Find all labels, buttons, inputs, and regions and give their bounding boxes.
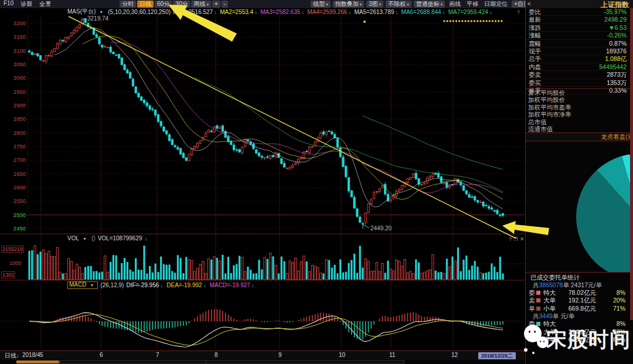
stock-app-window: F10诊股全景 分时日线60分30分周线▾+- 线型▾指数叠加▾3图▾不除权▾普…: [0, 0, 633, 364]
volume-grid-label: 1000: [9, 260, 21, 266]
quote-value: 189376: [606, 47, 627, 55]
svg-text:2550: 2550: [13, 198, 26, 204]
legend-square: [536, 298, 540, 302]
quote-value: 1.088亿: [605, 55, 627, 62]
ma-value: MA7=2959.424: [448, 9, 488, 15]
down-arrow-icon: ↓: [443, 9, 445, 15]
back-icon[interactable]: <: [528, 1, 531, 7]
volume-min-label: 1302: [1, 271, 15, 278]
average-row-算术平均股价: 算术平均股价: [526, 89, 633, 97]
ma-indicator-name[interactable]: MAS(平台)▼: [67, 8, 106, 16]
period-tab-分时[interactable]: 分时: [120, 1, 136, 8]
side-char: 委: [529, 289, 535, 297]
chevron-down-icon: ▾: [379, 2, 382, 6]
quote-label: 委比: [529, 8, 541, 15]
period-label[interactable]: 日线↓: [5, 352, 19, 360]
chevron-down-icon: ▼: [99, 10, 103, 14]
quote-label: 现手: [529, 47, 541, 55]
help-icon[interactable]: ?: [509, 236, 513, 242]
quote-label: 最新: [529, 16, 541, 23]
quote-value: 2873万: [607, 71, 627, 78]
pane-control-icons[interactable]: ?❐✕: [509, 236, 526, 242]
toolbar-button-不除权[interactable]: 不除权▾: [386, 1, 411, 8]
volume-panel-header: VOL▼ () VOL=108799629 ↓: [67, 235, 150, 241]
svg-text:2700: 2700: [13, 157, 26, 163]
toolbar-button-指数叠加[interactable]: 指数叠加▾: [333, 1, 365, 8]
ma-value: MA4=2599.266: [307, 9, 347, 15]
quote-row-涨幅: 涨幅-0.26%: [526, 32, 633, 39]
quote-value: 2498.29: [604, 16, 627, 23]
ma-value: MA3=2582.635: [260, 9, 300, 15]
svg-text:2650: 2650: [13, 171, 26, 177]
macd-indicator-name[interactable]: MACD▼: [67, 281, 98, 289]
button-label: 不除权: [388, 1, 406, 7]
svg-text:3000: 3000: [13, 74, 26, 81]
button-label: 普通坐标: [416, 1, 440, 7]
down-arrow-icon: ↓: [145, 235, 148, 241]
toolbar-button-普通坐标[interactable]: 普通坐标▾: [414, 1, 445, 8]
chevron-down-icon: ▼: [90, 283, 94, 287]
toolbar-button-平移[interactable]: 平移: [467, 0, 478, 8]
chevron-down-icon: ▾: [407, 2, 409, 6]
per-order-amount: 元/单: [560, 312, 574, 319]
quote-rows: 委比-35.97%最新2498.29涨跌▼6.53涨幅-0.26%震幅0.87%…: [526, 8, 633, 94]
macd-macd-value: MACD=-19.927: [210, 282, 250, 288]
watermark-dot: [532, 352, 535, 354]
scrollbar-divider: [206, 361, 206, 364]
period-tab-周线[interactable]: 周线▾: [191, 1, 211, 8]
macd-dea-value: DEA=-19.992: [166, 282, 202, 288]
svg-text:2800: 2800: [13, 130, 26, 136]
toolbar-button-线型[interactable]: 线型▾: [311, 1, 331, 8]
month-label-5: 5: [40, 352, 43, 358]
down-arrow-icon: ↓: [254, 9, 257, 15]
zoom-in-button[interactable]: +: [212, 1, 220, 8]
maximize-icon[interactable]: ❐: [513, 236, 520, 242]
down-arrow-icon: ↓: [214, 9, 217, 15]
menu-item-诊股[interactable]: 诊股: [21, 0, 32, 8]
macd-params: (26,12,9): [100, 282, 124, 288]
ma-value: MA6=2688.844: [401, 9, 441, 15]
quote-label: 涨幅: [529, 32, 541, 39]
period-tab-60分[interactable]: 60分: [155, 1, 172, 8]
svg-text:2600: 2600: [13, 184, 26, 190]
dragon-tiger-header[interactable]: 龙虎看盘(逐: [526, 132, 633, 141]
month-label-2018/4: 2018/4: [22, 352, 40, 358]
peak-price-annotation: 3219.74: [87, 15, 108, 22]
macd-dif-value: DIF=-29.956: [126, 282, 159, 288]
button-label: 指数叠加: [335, 1, 359, 7]
ma-value: MA5=2613.789: [354, 9, 394, 15]
quote-label: 震幅: [529, 40, 541, 47]
toolbar-button-日期定位[interactable]: 日期定位: [484, 0, 508, 8]
tab-label: 日线: [139, 1, 151, 7]
chart-scrollbar[interactable]: [0, 360, 525, 364]
quote-row-现手: 现手189376: [526, 47, 633, 55]
menu-item-F10[interactable]: F10: [4, 0, 13, 8]
svg-text:3100: 3100: [13, 47, 26, 54]
toolbar-button-3图[interactable]: 3图▾: [366, 1, 383, 8]
period-tab-日线[interactable]: 日线: [137, 1, 154, 8]
chevron-down-icon: ▾: [441, 2, 443, 6]
svg-text:2500: 2500: [13, 212, 26, 218]
help-icon[interactable]: ?: [517, 9, 520, 15]
period-tab-30分[interactable]: 30分: [173, 1, 190, 8]
quote-panel: < 上证指数 委比-35.97%最新2498.29涨跌▼6.53涨幅-0.26%…: [525, 0, 633, 364]
period-tab-group: 分时日线60分30分周线▾+-: [119, 1, 229, 8]
svg-text:2900: 2900: [13, 102, 26, 108]
scrollbar-thumb[interactable]: [16, 360, 60, 363]
quote-row-总手: 总手1.088亿: [526, 55, 633, 63]
quote-row-内盘: 内盘54495442: [526, 63, 633, 71]
side-char: 单: [529, 305, 535, 312]
chevron-down-icon: ▾: [326, 2, 328, 6]
toolbar-right-group: 线型▾指数叠加▾3图▾不除权▾普通坐标▾画线平移日期定位+自选▾»|: [309, 0, 547, 8]
candlestick-chart[interactable]: 3200315031003050300029502900285028002750…: [0, 8, 525, 351]
down-arrow-icon: ↓: [251, 282, 254, 288]
zoom-out-button[interactable]: -: [222, 1, 228, 8]
scrollbar-track[interactable]: [59, 360, 404, 363]
menu-item-全景[interactable]: 全景: [39, 0, 51, 8]
month-label-8: 8: [215, 352, 218, 358]
ma-value: MA1=2516.527: [173, 9, 213, 15]
toolbar-button-画线[interactable]: 画线: [449, 0, 461, 8]
volume-indicator-name[interactable]: VOL▼: [67, 235, 89, 241]
quote-value: 1353万: [607, 79, 627, 86]
down-arrow-icon: ↓: [160, 282, 163, 288]
